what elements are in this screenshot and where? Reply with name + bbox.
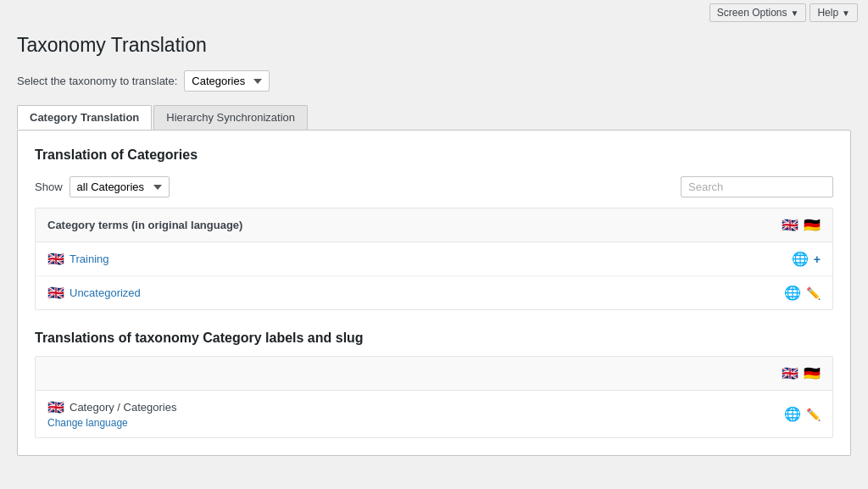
translation-table: Category terms (in original language) 🇬🇧…	[35, 208, 833, 310]
tab-category-translation[interactable]: Category Translation	[17, 105, 152, 130]
flag-de-header2: 🇩🇪	[804, 365, 821, 381]
category-label-main: 🇬🇧 Category / Categories Change language	[47, 399, 767, 429]
globe-icon: 🌐	[792, 251, 809, 267]
taxonomy-select-row: Select the taxonomy to translate: Catego…	[17, 70, 851, 92]
table-header-col-main: Category terms (in original language)	[47, 219, 765, 231]
taxonomy-select[interactable]: Categories Tags	[184, 70, 270, 92]
filter-row: Show all Categories Untranslated Transla…	[35, 176, 833, 197]
row-uncategorized-main: 🇬🇧 Uncategorized	[47, 285, 767, 301]
tabs: Category Translation Hierarchy Synchroni…	[17, 105, 851, 130]
taxonomy-labels-section-title: Translations of taxonomy Category labels…	[35, 331, 833, 346]
category-translation-section-title: Translation of Categories	[35, 147, 833, 163]
help-label: Help	[817, 7, 838, 19]
top-bar: Screen Options ▼ Help ▼	[0, 0, 868, 25]
uncategorized-link[interactable]: Uncategorized	[70, 286, 141, 299]
tab-hierarchy-sync[interactable]: Hierarchy Synchronization	[153, 105, 308, 130]
help-button[interactable]: Help ▼	[810, 3, 858, 22]
pencil-icon[interactable]: ✏️	[806, 408, 821, 421]
change-language-link[interactable]: Change language	[47, 417, 767, 429]
globe-icon: 🌐	[784, 285, 801, 301]
globe-icon: 🌐	[784, 406, 801, 422]
row-training-main: 🇬🇧 Training	[47, 251, 775, 267]
table-row: 🇬🇧 Training 🌐 +	[36, 242, 832, 276]
plus-icon[interactable]: +	[814, 253, 821, 266]
table2-header-flags: 🇬🇧 🇩🇪	[782, 365, 821, 381]
page-wrapper: Taxonomy Translation Select the taxonomy…	[0, 25, 868, 473]
screen-options-button[interactable]: Screen Options ▼	[709, 3, 807, 22]
show-select[interactable]: all Categories Untranslated Translated	[70, 176, 170, 197]
flag-training: 🇬🇧	[47, 251, 64, 267]
table2-header: 🇬🇧 🇩🇪	[36, 357, 832, 391]
table2-row-actions: 🌐 ✏️	[784, 406, 821, 422]
taxonomy-select-label: Select the taxonomy to translate:	[17, 75, 177, 87]
flag-en-header: 🇬🇧	[782, 217, 798, 233]
table-row: 🇬🇧 Uncategorized 🌐 ✏️	[36, 276, 832, 309]
row-uncategorized-actions: 🌐 ✏️	[784, 285, 821, 301]
flag-en-header2: 🇬🇧	[782, 365, 798, 381]
table-header-flags: 🇬🇧 🇩🇪	[782, 217, 821, 233]
flag-uncategorized: 🇬🇧	[47, 285, 64, 301]
help-caret-icon: ▼	[842, 8, 850, 18]
search-input[interactable]	[681, 176, 833, 197]
category-label-text: Category / Categories	[70, 401, 176, 414]
content-panel: Translation of Categories Show all Categ…	[17, 130, 851, 456]
taxonomy-labels-table: 🇬🇧 🇩🇪 🇬🇧 Category / Categories Change la…	[35, 356, 833, 438]
screen-options-label: Screen Options	[717, 7, 787, 19]
filter-row-left: Show all Categories Untranslated Transla…	[35, 176, 170, 197]
pencil-icon[interactable]: ✏️	[806, 286, 821, 300]
screen-options-caret-icon: ▼	[791, 8, 799, 18]
table-header: Category terms (in original language) 🇬🇧…	[36, 208, 832, 242]
flag-category-label: 🇬🇧	[47, 399, 64, 415]
flag-de-header: 🇩🇪	[804, 217, 821, 233]
row-training-actions: 🌐 +	[792, 251, 821, 267]
show-label: Show	[35, 181, 63, 193]
page-title: Taxonomy Translation	[17, 34, 851, 57]
table2-row: 🇬🇧 Category / Categories Change language…	[36, 391, 832, 437]
training-link[interactable]: Training	[70, 253, 108, 265]
